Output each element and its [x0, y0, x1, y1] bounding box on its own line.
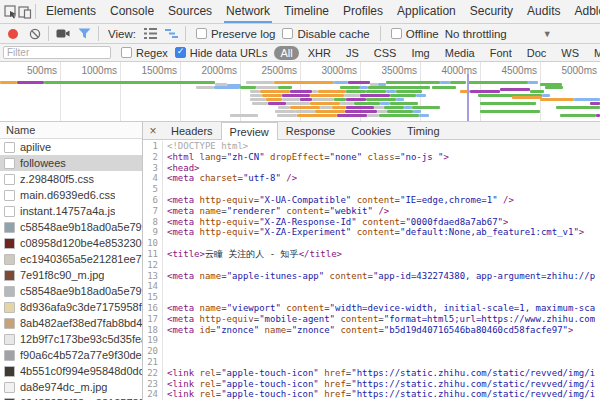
- source-text: <link rel="apple-touch-icon" href="https…: [163, 379, 595, 390]
- tab-network[interactable]: Network: [220, 0, 276, 23]
- waterfall-bar: [386, 90, 396, 93]
- filter-type-js[interactable]: JS: [340, 46, 365, 60]
- waterfall-bar: [560, 114, 596, 117]
- ruler-tick-label: 4500ms: [501, 65, 540, 76]
- hide-data-urls-label[interactable]: Hide data URLs: [190, 47, 268, 59]
- line-number: 8: [143, 217, 163, 228]
- code-line: 2<html lang="zh-CN" dropEffect="none" cl…: [143, 152, 600, 163]
- filter-type-img[interactable]: Img: [405, 46, 435, 60]
- line-number: 4: [143, 173, 163, 184]
- request-row-7e91f8c90-m-jpg[interactable]: 7e91f8c90_m.jpg: [0, 267, 142, 283]
- overview-waterfall-icon[interactable]: [165, 28, 178, 39]
- source-text: <title>云瞳 关注的人 - 知乎</title>: [163, 249, 342, 260]
- close-icon[interactable]: ×: [143, 124, 163, 138]
- request-row-followees[interactable]: followees: [0, 155, 142, 171]
- request-row-8ab482aef38ed7fab8bd4314[interactable]: 8ab482aef38ed7fab8bd4314…: [0, 315, 142, 331]
- request-row-c08958d120be4e853230649[interactable]: c08958d120be4e853230649…: [0, 235, 142, 251]
- filter-input[interactable]: [3, 46, 111, 59]
- resource-doc-icon: [4, 206, 15, 217]
- waterfall-bar: [480, 102, 536, 105]
- network-overview[interactable]: 500ms1000ms1500ms2000ms2500ms3000ms3500m…: [0, 62, 600, 122]
- request-row-apilive[interactable]: apilive: [0, 139, 142, 155]
- detail-tab-response[interactable]: Response: [278, 122, 344, 140]
- disable-cache-label[interactable]: Disable cache: [297, 28, 369, 40]
- detail-tab-timing[interactable]: Timing: [399, 122, 448, 140]
- large-rows-view-icon[interactable]: [144, 28, 157, 39]
- waterfall-bar: [277, 114, 297, 117]
- disable-cache-checkbox[interactable]: [282, 28, 293, 39]
- waterfall-bar: [545, 86, 563, 89]
- regex-checkbox[interactable]: [121, 47, 132, 58]
- waterfall-bar: [260, 90, 290, 93]
- request-row-c58548ae9b18ad0a5e79fe4e[interactable]: c58548ae9b18ad0a5e79fe4e…: [0, 283, 142, 299]
- request-row-c58548ae9b18ad0a5e79fe4e[interactable]: c58548ae9b18ad0a5e79fe4e…: [0, 219, 142, 235]
- waterfall-bar: [386, 81, 440, 84]
- inspect-element-icon[interactable]: [4, 1, 18, 23]
- preserve-log-label[interactable]: Preserve log: [211, 28, 276, 40]
- device-toolbar-icon[interactable]: [18, 1, 32, 23]
- filter-type-all[interactable]: All: [274, 46, 298, 60]
- tab-sources[interactable]: Sources: [162, 0, 218, 23]
- tab-timeline[interactable]: Timeline: [278, 0, 335, 23]
- code-line: 9<meta http-equiv="X-ZA-Experiment" cont…: [143, 227, 600, 238]
- request-row-f90a6c4b572a77e9f30de153[interactable]: f90a6c4b572a77e9f30de153…: [0, 347, 142, 363]
- tab-profiles[interactable]: Profiles: [337, 0, 389, 23]
- offline-checkbox[interactable]: [391, 28, 402, 39]
- request-row-da8e974dc-m-jpg[interactable]: da8e974dc_m.jpg: [0, 379, 142, 395]
- request-row-instant-14757a4a-js[interactable]: instant.14757a4a.js: [0, 203, 142, 219]
- request-row-4b551c0f994e95848d0dda09[interactable]: 4b551c0f994e95848d0dda09…: [0, 363, 142, 379]
- filter-type-ws[interactable]: WS: [555, 46, 585, 60]
- filter-type-media[interactable]: Media: [439, 46, 481, 60]
- tab-audits[interactable]: Audits: [521, 0, 566, 23]
- clear-icon[interactable]: [29, 28, 41, 40]
- filmstrip-capture-icon[interactable]: [56, 28, 70, 39]
- filter-icon[interactable]: [78, 28, 91, 39]
- tab-adblock-plus[interactable]: Adblock Plus: [568, 0, 600, 23]
- code-line: 3<head>: [143, 163, 600, 174]
- image-thumbnail-icon: [4, 270, 15, 281]
- preview-source-view[interactable]: 1<!DOCTYPE html>2<html lang="zh-CN" drop…: [143, 140, 600, 400]
- waterfall-bar: [528, 81, 538, 84]
- waterfall-bar: [346, 90, 366, 93]
- request-row-12b9f7c173be93c5d35fea2d[interactable]: 12b9f7c173be93c5d35fea2d…: [0, 331, 142, 347]
- regex-label[interactable]: Regex: [136, 47, 168, 59]
- request-name: 7e91f8c90_m.jpg: [20, 269, 104, 281]
- tab-elements[interactable]: Elements: [40, 0, 102, 23]
- detail-tab-cookies[interactable]: Cookies: [343, 122, 399, 140]
- tab-console[interactable]: Console: [104, 0, 160, 23]
- filter-type-font[interactable]: Font: [484, 46, 518, 60]
- record-button[interactable]: [8, 29, 18, 39]
- name-column-header[interactable]: Name: [0, 122, 142, 139]
- source-text: [163, 346, 167, 357]
- hide-data-urls-checkbox[interactable]: [175, 47, 186, 58]
- filter-type-manifest[interactable]: Manifest: [588, 46, 600, 60]
- waterfall-bar: [596, 114, 600, 117]
- divider: [98, 26, 99, 41]
- filter-type-xhr[interactable]: XHR: [302, 46, 337, 60]
- offline-label[interactable]: Offline: [406, 28, 439, 40]
- tab-application[interactable]: Application: [391, 0, 462, 23]
- throttling-caret-icon[interactable]: ▼: [543, 29, 552, 39]
- waterfall-bar: [282, 98, 300, 101]
- source-text: <meta http-equiv="mobile-agent" content=…: [163, 314, 595, 325]
- waterfall-bar: [310, 102, 340, 105]
- ruler-tick-label: 2000ms: [201, 65, 240, 76]
- waterfall-bar: [256, 86, 278, 89]
- request-row-main-d6939ed6-css[interactable]: main.d6939ed6.css: [0, 187, 142, 203]
- request-row-ec1940365a5e21281ee71856[interactable]: ec1940365a5e21281ee71856…: [0, 251, 142, 267]
- throttling-select[interactable]: No throttling: [445, 28, 507, 40]
- request-row-60485950f08ec8313573f0e7[interactable]: 60485950f08ec8313573f0e7…: [0, 395, 142, 400]
- detail-tab-headers[interactable]: Headers: [163, 122, 221, 140]
- filter-type-doc[interactable]: Doc: [521, 46, 553, 60]
- request-row-z-298480f5-css[interactable]: z.298480f5.css: [0, 171, 142, 187]
- preserve-log-checkbox[interactable]: [196, 28, 207, 39]
- filter-type-css[interactable]: CSS: [368, 46, 403, 60]
- tab-security[interactable]: Security: [464, 0, 519, 23]
- waterfall-bar: [297, 114, 337, 117]
- waterfall-bar: [17, 81, 44, 84]
- request-row-8d936afa9c3de7175958fae5[interactable]: 8d936afa9c3de7175958fae5…: [0, 299, 142, 315]
- waterfall-bar: [346, 98, 366, 101]
- waterfall-bar: [377, 110, 387, 113]
- code-line: 21: [143, 357, 600, 368]
- detail-tab-preview[interactable]: Preview: [221, 122, 278, 140]
